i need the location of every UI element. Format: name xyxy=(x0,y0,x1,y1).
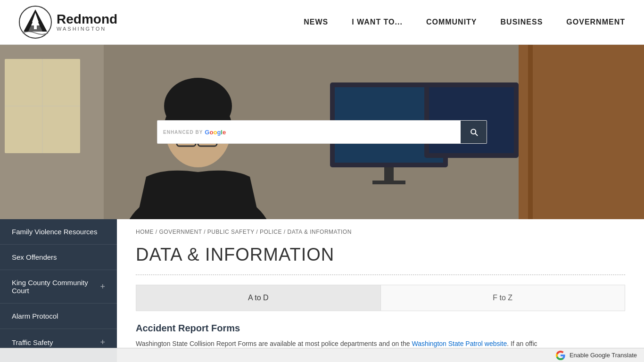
nav-government[interactable]: GOVERNMENT xyxy=(566,18,625,26)
svg-rect-4 xyxy=(34,25,37,29)
logo-text: Redmond WASHINGTON xyxy=(57,13,117,32)
nav-community[interactable]: COMMUNITY xyxy=(426,18,477,26)
search-overlay: ENHANCED BY Google xyxy=(157,120,487,144)
logo-icon xyxy=(19,6,52,39)
main-content: HOME / GOVERNMENT / PUBLIC SAFETY / POLI… xyxy=(117,219,644,362)
svg-rect-21 xyxy=(384,167,394,181)
page-title: DATA & INFORMATION xyxy=(136,245,625,265)
svg-rect-24 xyxy=(528,45,533,219)
breadcrumb-police[interactable]: POLICE xyxy=(260,229,282,235)
svg-rect-22 xyxy=(372,181,405,184)
hero-image: ENHANCED BY Google xyxy=(0,45,644,219)
translate-area[interactable]: Enable Google Translate xyxy=(555,350,637,361)
breadcrumb: HOME / GOVERNMENT / PUBLIC SAFETY / POLI… xyxy=(136,229,625,235)
search-enhanced-label: ENHANCED BY Google xyxy=(157,128,231,136)
svg-rect-23 xyxy=(519,45,644,219)
sidebar: Family Violence Resources Sex Offenders … xyxy=(0,219,117,362)
content-area: Family Violence Resources Sex Offenders … xyxy=(0,219,644,362)
search-button[interactable] xyxy=(461,121,487,143)
search-input[interactable] xyxy=(231,121,461,143)
sidebar-item-king-county[interactable]: King County Community Court + xyxy=(0,270,117,304)
wsp-link[interactable]: Washington State Patrol website xyxy=(412,340,507,347)
breadcrumb-public-safety[interactable]: PUBLIC SAFETY xyxy=(207,229,255,235)
main-nav: NEWS I WANT TO... COMMUNITY BUSINESS GOV… xyxy=(304,18,625,26)
google-logo-text: Google xyxy=(205,128,226,136)
logo-area[interactable]: Redmond WASHINGTON xyxy=(19,6,117,39)
nav-news[interactable]: NEWS xyxy=(304,18,328,26)
nav-business[interactable]: BUSINESS xyxy=(501,18,543,26)
sidebar-item-sex-offenders[interactable]: Sex Offenders xyxy=(0,245,117,270)
expand-icon: + xyxy=(100,282,105,292)
tab-f-to-z[interactable]: F to Z xyxy=(381,285,625,311)
section-divider xyxy=(136,274,625,275)
section-content: Accident Report Forms Washington State C… xyxy=(136,323,625,349)
tab-a-to-d[interactable]: A to D xyxy=(136,285,381,311)
google-icon xyxy=(555,350,566,361)
search-icon xyxy=(469,127,479,137)
bottom-bar: Enable Google Translate xyxy=(0,348,644,362)
tabs-container: A to D F to Z xyxy=(136,285,625,311)
breadcrumb-home[interactable]: HOME xyxy=(136,229,154,235)
breadcrumb-government[interactable]: GOVERNMENT xyxy=(159,229,202,235)
expand-icon-traffic: + xyxy=(100,337,105,347)
search-box: ENHANCED BY Google xyxy=(157,120,487,144)
sidebar-item-alarm-protocol[interactable]: Alarm Protocol xyxy=(0,304,117,329)
logo-name: Redmond xyxy=(57,13,117,26)
section-heading: Accident Report Forms xyxy=(136,323,625,334)
sidebar-item-family-violence[interactable]: Family Violence Resources xyxy=(0,219,117,245)
breadcrumb-current: DATA & INFORMATION xyxy=(288,229,352,235)
header: Redmond WASHINGTON NEWS I WANT TO... COM… xyxy=(0,0,644,45)
nav-iwantto[interactable]: I WANT TO... xyxy=(352,18,403,26)
logo-state: WASHINGTON xyxy=(57,26,117,32)
translate-label: Enable Google Translate xyxy=(570,352,637,359)
